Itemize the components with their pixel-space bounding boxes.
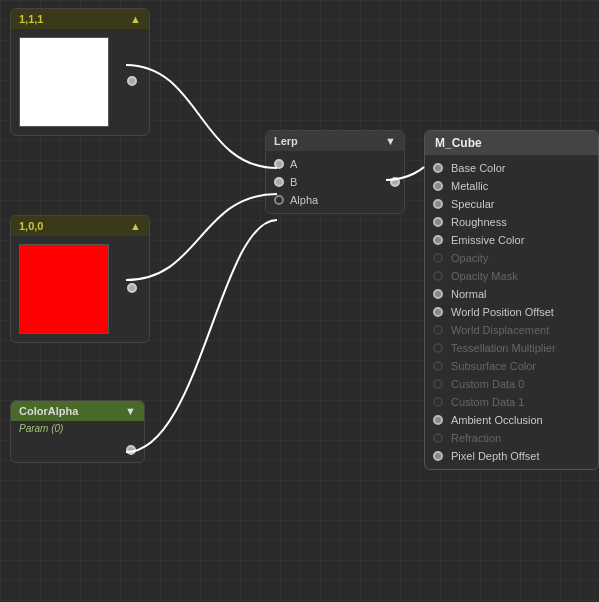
m-cube-ao-label: Ambient Occlusion: [451, 414, 543, 426]
m-cube-emissive-pin[interactable]: [433, 235, 443, 245]
m-cube-base-color-label: Base Color: [451, 162, 505, 174]
m-cube-wd-row: World Displacement: [425, 321, 598, 339]
lerp-output-pin[interactable]: [390, 177, 400, 187]
m-cube-opacity-mask-row: Opacity Mask: [425, 267, 598, 285]
white-color-preview: [19, 37, 109, 127]
m-cube-roughness-row: Roughness: [425, 213, 598, 231]
m-cube-specular-row: Specular: [425, 195, 598, 213]
m-cube-pdo-label: Pixel Depth Offset: [451, 450, 539, 462]
m-cube-opacity-mask-label: Opacity Mask: [451, 270, 518, 282]
m-cube-specular-label: Specular: [451, 198, 494, 210]
red-color-preview: [19, 244, 109, 334]
m-cube-opacity-pin: [433, 253, 443, 263]
lerp-alpha-row: Alpha: [266, 191, 390, 209]
m-cube-roughness-label: Roughness: [451, 216, 507, 228]
m-cube-wpo-label: World Position Offset: [451, 306, 554, 318]
m-cube-ao-row: Ambient Occlusion: [425, 411, 598, 429]
m-cube-pdo-row: Pixel Depth Offset: [425, 447, 598, 465]
coloralpha-header: ColorAlpha ▼: [11, 401, 144, 421]
coloralpha-subtitle: Param (0): [11, 421, 144, 438]
m-cube-wd-pin: [433, 325, 443, 335]
m-cube-metallic-row: Metallic: [425, 177, 598, 195]
m-cube-subsurface-pin: [433, 361, 443, 371]
red-output-pin[interactable]: [127, 283, 137, 293]
m-cube-custom1-label: Custom Data 1: [451, 396, 524, 408]
lerp-title: Lerp: [274, 135, 298, 147]
lerp-alpha-label: Alpha: [290, 194, 318, 206]
m-cube-emissive-label: Emissive Color: [451, 234, 524, 246]
red-node-label: 1,0,0: [19, 220, 43, 232]
lerp-body: A B Alpha: [266, 151, 404, 213]
m-cube-custom0-label: Custom Data 0: [451, 378, 524, 390]
white-node-header: 1,1,1 ▲: [11, 9, 149, 29]
white-output-pin[interactable]: [127, 76, 137, 86]
red-output-pin-row: [119, 280, 145, 296]
m-cube-base-color-pin[interactable]: [433, 163, 443, 173]
white-node-arrow: ▲: [130, 13, 141, 25]
m-cube-emissive-row: Emissive Color: [425, 231, 598, 249]
coloralpha-body: [11, 438, 144, 462]
m-cube-refraction-label: Refraction: [451, 432, 501, 444]
lerp-a-label: A: [290, 158, 297, 170]
node-canvas: 1,1,1 ▲ 1,0,0 ▲: [0, 0, 599, 602]
m-cube-body: Base Color Metallic Specular Roughness E…: [425, 155, 598, 469]
white-node-label: 1,1,1: [19, 13, 43, 25]
m-cube-custom1-row: Custom Data 1: [425, 393, 598, 411]
m-cube-tess-row: Tessellation Multiplier: [425, 339, 598, 357]
m-cube-base-color-row: Base Color: [425, 159, 598, 177]
coloralpha-output-pin[interactable]: [126, 445, 136, 455]
white-output-pin-row: [119, 73, 145, 89]
m-cube-custom0-pin: [433, 379, 443, 389]
m-cube-custom1-pin: [433, 397, 443, 407]
m-cube-tess-pin: [433, 343, 443, 353]
m-cube-normal-row: Normal: [425, 285, 598, 303]
white-node-body: [11, 29, 149, 135]
m-cube-refraction-pin: [433, 433, 443, 443]
red-node-body: [11, 236, 149, 342]
m-cube-tess-label: Tessellation Multiplier: [451, 342, 556, 354]
red-node-arrow: ▲: [130, 220, 141, 232]
red-color-node[interactable]: 1,0,0 ▲: [10, 215, 150, 343]
m-cube-subsurface-row: Subsurface Color: [425, 357, 598, 375]
m-cube-normal-pin[interactable]: [433, 289, 443, 299]
lerp-alpha-pin[interactable]: [274, 195, 284, 205]
red-node-header: 1,0,0 ▲: [11, 216, 149, 236]
m-cube-subsurface-label: Subsurface Color: [451, 360, 536, 372]
m-cube-opacity-mask-pin: [433, 271, 443, 281]
lerp-b-pin[interactable]: [274, 177, 284, 187]
lerp-b-label: B: [290, 176, 297, 188]
lerp-node[interactable]: Lerp ▼ A B Alpha: [265, 130, 405, 214]
m-cube-wpo-row: World Position Offset: [425, 303, 598, 321]
coloralpha-title: ColorAlpha: [19, 405, 78, 417]
lerp-a-row: A: [266, 155, 390, 173]
m-cube-custom0-row: Custom Data 0: [425, 375, 598, 393]
m-cube-wpo-pin[interactable]: [433, 307, 443, 317]
white-color-node[interactable]: 1,1,1 ▲: [10, 8, 150, 136]
m-cube-roughness-pin[interactable]: [433, 217, 443, 227]
m-cube-title: M_Cube: [435, 136, 482, 150]
m-cube-metallic-label: Metallic: [451, 180, 488, 192]
m-cube-opacity-row: Opacity: [425, 249, 598, 267]
lerp-arrow: ▼: [385, 135, 396, 147]
coloralpha-node[interactable]: ColorAlpha ▼ Param (0): [10, 400, 145, 463]
m-cube-pdo-pin[interactable]: [433, 451, 443, 461]
m-cube-specular-pin[interactable]: [433, 199, 443, 209]
m-cube-normal-label: Normal: [451, 288, 486, 300]
lerp-header: Lerp ▼: [266, 131, 404, 151]
coloralpha-output-row: [11, 442, 144, 458]
m-cube-wd-label: World Displacement: [451, 324, 549, 336]
m-cube-opacity-label: Opacity: [451, 252, 488, 264]
lerp-a-pin[interactable]: [274, 159, 284, 169]
m-cube-metallic-pin[interactable]: [433, 181, 443, 191]
m-cube-refraction-row: Refraction: [425, 429, 598, 447]
coloralpha-arrow: ▼: [125, 405, 136, 417]
lerp-b-row: B: [266, 173, 390, 191]
m-cube-header: M_Cube: [425, 131, 598, 155]
m-cube-node[interactable]: M_Cube Base Color Metallic Specular Roug…: [424, 130, 599, 470]
m-cube-ao-pin[interactable]: [433, 415, 443, 425]
